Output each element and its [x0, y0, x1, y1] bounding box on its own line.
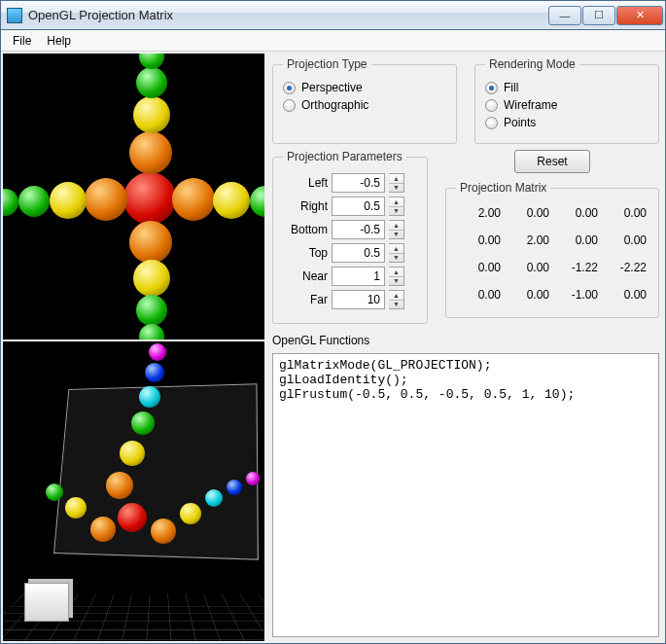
opengl-functions-text[interactable]: glMatrixMode(GL_PROJECTION); glLoadIdent…	[272, 353, 659, 637]
sphere-icon	[250, 186, 264, 217]
radio-icon	[485, 117, 498, 129]
matrix-cell: 0.00	[458, 288, 501, 302]
chevron-up-icon: ▲	[389, 174, 403, 184]
sphere-icon	[227, 480, 242, 495]
sphere-icon	[149, 343, 166, 361]
rendering-mode-group: Rendering Mode Fill Wireframe Points	[474, 57, 659, 144]
left-spinner[interactable]: ▲▼	[389, 173, 404, 193]
sphere-icon	[120, 441, 145, 466]
maximize-button[interactable]: ☐	[582, 6, 615, 25]
gl-views	[3, 54, 264, 641]
param-top: Top ▲▼	[283, 243, 417, 263]
near-spinner[interactable]: ▲▼	[389, 267, 404, 286]
radio-fill[interactable]: Fill	[485, 81, 648, 94]
param-label: Near	[283, 269, 328, 283]
projection-matrix-group: Projection Matrix 2.00 0.00 0.00 0.00 0.…	[445, 181, 659, 318]
bottom-input[interactable]	[332, 220, 385, 239]
chevron-down-icon: ▼	[389, 231, 403, 239]
matrix-cell: 0.00	[507, 261, 549, 274]
left-input[interactable]	[332, 173, 385, 193]
sphere-icon	[172, 178, 215, 221]
matrix-grid: 2.00 0.00 0.00 0.00 0.00 2.00 0.00 0.00 …	[456, 200, 648, 307]
sphere-icon	[50, 182, 87, 219]
matrix-cell: -1.00	[555, 288, 598, 302]
projection-type-group: Projection Type Perspective Orthographic	[272, 57, 457, 144]
client-area: Projection Type Perspective Orthographic…	[1, 52, 665, 643]
param-label: Right	[283, 199, 328, 213]
sphere-icon	[136, 67, 167, 98]
chevron-down-icon: ▼	[389, 254, 403, 263]
near-input[interactable]	[332, 267, 385, 286]
projection-matrix-legend: Projection Matrix	[456, 181, 550, 195]
param-bottom: Bottom ▲▼	[283, 220, 417, 239]
param-right: Right ▲▼	[283, 197, 417, 216]
gl-view-camera[interactable]	[3, 54, 264, 340]
matrix-cell: 2.00	[458, 206, 501, 220]
radio-label: Points	[504, 116, 536, 129]
radio-label: Wireframe	[504, 98, 557, 112]
sphere-icon	[131, 411, 155, 435]
right-spinner[interactable]: ▲▼	[389, 197, 404, 216]
menu-file[interactable]: File	[5, 32, 39, 50]
radio-label: Orthographic	[301, 98, 368, 112]
projection-parameters-legend: Projection Parameters	[283, 150, 406, 163]
menubar: File Help	[1, 30, 665, 52]
chevron-up-icon: ▲	[389, 244, 403, 254]
sphere-icon	[246, 472, 260, 485]
param-near: Near ▲▼	[283, 267, 417, 286]
sphere-icon	[46, 483, 63, 501]
menu-help[interactable]: Help	[39, 32, 79, 50]
radio-perspective[interactable]: Perspective	[283, 81, 446, 94]
sphere-icon	[205, 489, 223, 507]
right-input[interactable]	[332, 197, 385, 216]
chevron-up-icon: ▲	[389, 291, 403, 301]
sphere-icon	[3, 189, 18, 216]
matrix-cell: 0.00	[604, 206, 647, 220]
top-input[interactable]	[332, 243, 385, 263]
param-label: Left	[283, 176, 328, 190]
sphere-icon	[213, 182, 250, 219]
sphere-icon	[65, 497, 87, 519]
matrix-cell: 2.00	[507, 233, 549, 247]
matrix-cell: -1.22	[555, 261, 598, 274]
matrix-cell: -2.22	[604, 261, 647, 274]
reset-button[interactable]: Reset	[514, 150, 590, 173]
close-button[interactable]: ✕	[616, 6, 663, 25]
sphere-icon	[118, 503, 147, 532]
radio-points[interactable]: Points	[485, 116, 648, 129]
param-far: Far ▲▼	[283, 290, 417, 309]
top-spinner[interactable]: ▲▼	[389, 243, 404, 263]
rendering-mode-legend: Rendering Mode	[485, 57, 579, 71]
matrix-cell: 0.00	[604, 288, 647, 302]
matrix-cell: 0.00	[458, 233, 501, 247]
chevron-up-icon: ▲	[389, 197, 403, 207]
matrix-cell: 0.00	[458, 261, 501, 274]
sphere-icon	[136, 295, 167, 326]
matrix-column: Reset Projection Matrix 2.00 0.00 0.00 0…	[445, 150, 659, 324]
param-left: Left ▲▼	[283, 173, 417, 193]
projection-type-legend: Projection Type	[283, 57, 371, 71]
radio-orthographic[interactable]: Orthographic	[283, 98, 446, 112]
sphere-icon	[133, 96, 170, 133]
radio-icon	[485, 82, 498, 94]
radio-icon	[485, 99, 498, 112]
sphere-icon	[90, 517, 116, 542]
sphere-icon	[180, 503, 201, 524]
sphere-icon	[145, 363, 164, 382]
app-icon	[7, 8, 22, 23]
param-label: Bottom	[283, 223, 328, 236]
far-spinner[interactable]: ▲▼	[389, 290, 404, 309]
gl-view-world[interactable]	[3, 341, 264, 641]
window-controls: — ☐ ✕	[548, 6, 663, 25]
far-input[interactable]	[332, 290, 385, 309]
chevron-down-icon: ▼	[389, 277, 403, 286]
chevron-down-icon: ▼	[389, 184, 403, 193]
matrix-cell: 0.00	[604, 233, 647, 247]
chevron-down-icon: ▼	[389, 207, 403, 216]
minimize-button[interactable]: —	[548, 6, 581, 25]
bottom-spinner[interactable]: ▲▼	[389, 220, 404, 239]
radio-wireframe[interactable]: Wireframe	[485, 98, 648, 112]
matrix-cell: 0.00	[555, 233, 598, 247]
chevron-up-icon: ▲	[389, 221, 403, 231]
titlebar[interactable]: OpenGL Projection Matrix — ☐ ✕	[1, 1, 665, 30]
